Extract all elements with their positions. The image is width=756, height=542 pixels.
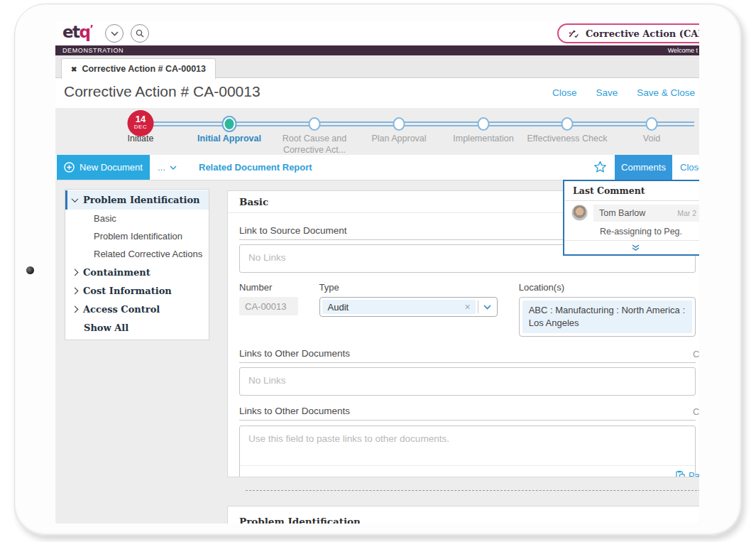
field-label: Type	[319, 283, 498, 293]
favorite-star-icon[interactable]	[593, 161, 607, 173]
workflow-stepper: 14 DEC Initiate Initial Approval Root Ca…	[55, 108, 699, 155]
location-chip: ABC : Manufacturing : North America : Lo…	[522, 300, 692, 333]
type-select[interactable]: Audit ×	[319, 297, 498, 317]
app-screen: etq’ Corrective Action (CAPA/S...	[55, 21, 699, 524]
logo-q: q	[80, 23, 90, 41]
logo-mark: ’	[90, 23, 94, 34]
step-label-initial-approval: Initial Approval	[182, 134, 276, 145]
copy-link-cut[interactable]: C	[693, 349, 699, 359]
nav-containment[interactable]: Containment	[65, 263, 209, 281]
logo-et: et	[62, 23, 80, 41]
expand-comments-button[interactable]	[564, 240, 699, 254]
search-button[interactable]	[131, 24, 149, 43]
nav-related-corrective-actions[interactable]: Related Corrective Actions	[65, 245, 209, 263]
nav-menu-button[interactable]	[105, 24, 124, 43]
comments-button[interactable]: Comments	[615, 155, 672, 180]
welcome-text: Welcome t	[668, 45, 698, 55]
close-tab-icon[interactable]: ✖	[71, 65, 77, 73]
field-label: Location(s)	[519, 283, 696, 293]
routing-icon	[567, 28, 579, 40]
nav-label: Problem Identification	[94, 231, 182, 242]
step-label-plan-approval: Plan Approval	[352, 134, 446, 145]
locations-column: Location(s) ABC : Manufacturing : North …	[519, 283, 696, 337]
step-node-effectiveness-check[interactable]	[561, 117, 574, 131]
step-node-root-cause[interactable]	[309, 117, 321, 131]
paste-label: Paste	[689, 470, 699, 477]
nav-basic[interactable]: Basic	[65, 210, 209, 227]
badge-day: 14	[128, 114, 154, 124]
step-node-implementation[interactable]	[478, 117, 490, 131]
step-node-initial-approval[interactable]	[224, 117, 236, 131]
step-node-plan-approval[interactable]	[393, 117, 405, 131]
tablet-camera	[26, 266, 34, 274]
nav-label: Show All	[84, 323, 128, 333]
nav-show-all[interactable]: Show All	[65, 318, 209, 337]
field-label: Number	[239, 283, 298, 293]
problem-identification-section-card: Problem Identification	[227, 506, 699, 524]
step-label-root-cause: Root Cause and Corrective Act...	[268, 134, 361, 156]
links-to-other-documents-1: Links to Other Documents C No Links	[239, 347, 696, 396]
new-document-button[interactable]: New Document	[57, 155, 150, 180]
placeholder: No Links	[248, 375, 286, 386]
nav-label: Related Corrective Actions	[94, 249, 202, 259]
copy-link-cut[interactable]: C	[693, 406, 699, 417]
step-label-void: Void	[605, 134, 699, 145]
links-label-row: Links to Other Documents C	[239, 347, 696, 363]
save-action[interactable]: Save	[596, 87, 618, 98]
nav-label: Access Control	[83, 304, 160, 315]
close-action[interactable]: Close	[552, 87, 577, 98]
nav-problem-identification[interactable]: Problem Identification	[65, 190, 209, 210]
related-document-report-link[interactable]: Related Document Report	[199, 155, 312, 180]
paste-icon	[676, 470, 685, 477]
field-label: Link to Source Document	[239, 225, 347, 236]
nav-access-control[interactable]: Access Control	[65, 300, 209, 318]
nav-problem-identification-child[interactable]: Problem Identification	[65, 227, 209, 245]
page-title: Corrective Action # CA-00013	[64, 83, 261, 100]
links-label-row: Links to Other Documents C	[239, 404, 696, 421]
avatar	[571, 205, 588, 221]
section-divider	[246, 490, 699, 491]
paste-footer: Paste	[240, 465, 695, 477]
tab-label: Corrective Action # CA-00013	[82, 64, 206, 74]
number-column: Number CA-00013	[239, 283, 298, 337]
tab-corrective-action[interactable]: ✖ Corrective Action # CA-00013	[61, 58, 216, 79]
comment-row: Tom Barlow Mar 2	[564, 205, 699, 222]
close-record-link[interactable]: Close	[680, 155, 699, 180]
initiate-date-badge[interactable]: 14 DEC	[128, 110, 154, 136]
chevron-right-icon	[72, 305, 79, 313]
search-icon	[136, 29, 144, 38]
links-field-1[interactable]: No Links	[239, 367, 696, 396]
document-toolbar: New Document ... Related Document Report…	[55, 155, 699, 180]
chevron-down-icon[interactable]	[478, 298, 497, 316]
section-nav-tree: Problem Identification Basic Problem Ide…	[65, 189, 209, 340]
more-actions-dropdown[interactable]: ...	[158, 155, 177, 180]
chevron-down-icon	[111, 31, 119, 36]
app-header: etq’ Corrective Action (CAPA/S...	[55, 21, 699, 45]
locations-field[interactable]: ABC : Manufacturing : North America : Lo…	[519, 297, 696, 337]
nav-cost-information[interactable]: Cost Information	[65, 281, 209, 300]
module-selector-label: Corrective Action (CAPA/S...	[586, 28, 699, 39]
placeholder: No Links	[248, 252, 286, 263]
module-selector-button[interactable]: Corrective Action (CAPA/S...	[557, 23, 699, 43]
badge-month: DEC	[128, 124, 154, 130]
double-chevron-down-icon	[631, 244, 640, 251]
paste-links-field[interactable]: Use this field to paste links to other d…	[239, 426, 696, 477]
chevron-down-icon	[170, 166, 177, 170]
field-label: Links to Other Documents	[239, 406, 350, 416]
step-label-effectiveness-check: Effectiveness Check	[520, 134, 614, 145]
type-value-text: Audit	[328, 302, 349, 313]
comment-name-strip: Tom Barlow Mar 2	[593, 205, 699, 222]
clear-selection-icon[interactable]: ×	[464, 301, 470, 313]
step-node-void[interactable]	[646, 117, 658, 131]
nav-label: Problem Identification	[83, 195, 200, 205]
paste-button[interactable]: Paste	[676, 470, 699, 477]
new-document-label: New Document	[80, 162, 143, 173]
save-and-close-action[interactable]: Save & Close	[637, 87, 695, 98]
chevron-down-icon	[72, 195, 79, 202]
placeholder: Use this field to paste links to other d…	[240, 426, 695, 451]
comment-date: Mar 2	[677, 209, 696, 217]
ellipsis-label: ...	[158, 162, 165, 173]
nav-label: Basic	[94, 213, 116, 224]
title-bar: Corrective Action # CA-00013 Close Save …	[55, 78, 699, 108]
environment-bar: DEMONSTRATION Welcome t	[55, 45, 699, 55]
